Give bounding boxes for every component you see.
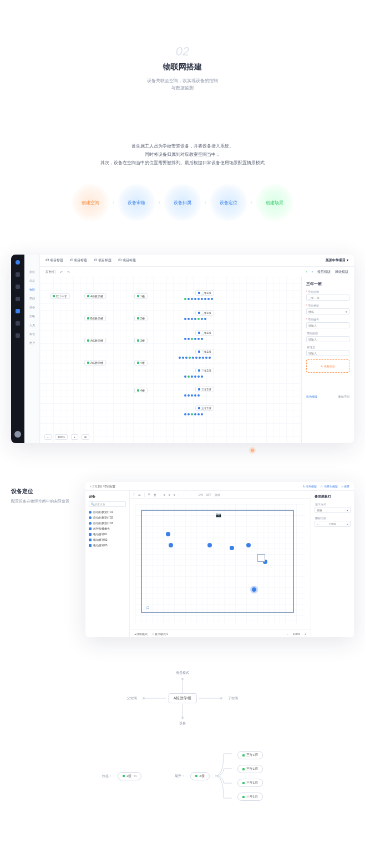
tree-child[interactable]: 三年1班 xyxy=(237,793,263,801)
tree-child[interactable]: 三年1班 xyxy=(237,751,263,759)
tree-child[interactable]: 三年1班 xyxy=(237,765,263,773)
toggle-on[interactable]: ON xyxy=(199,493,203,496)
template-tab[interactable]: 楼层模版 xyxy=(317,270,331,275)
space-type-select[interactable]: 楼栋▾ xyxy=(306,308,349,314)
node-class[interactable]: 三年1班 xyxy=(195,310,214,316)
node-class[interactable]: 三年1班 xyxy=(195,368,214,373)
device-item[interactable]: 自动化教室灯01 xyxy=(89,509,126,515)
node-floor[interactable]: 3楼 xyxy=(134,338,148,343)
distribute-icon[interactable]: ⋮ xyxy=(182,493,185,496)
tab[interactable]: 🏷 项目标题 xyxy=(45,258,63,263)
shape-tool-icon[interactable]: ▭ xyxy=(138,493,141,496)
subnav-item[interactable]: 角色 xyxy=(29,332,35,336)
node-building[interactable]: A栋教学楼 xyxy=(84,293,106,299)
mode-lecture[interactable]: ● 演讲模式 xyxy=(134,632,148,636)
breadcrumb[interactable]: < 三年1班 / 空间配置 xyxy=(90,485,115,488)
space-area-input[interactable]: 请输入 xyxy=(306,336,349,342)
node-floor[interactable]: 2楼 xyxy=(134,316,148,321)
node-building[interactable]: B栋教学楼 xyxy=(84,316,106,321)
device-item[interactable]: 自动化教室灯03 xyxy=(89,520,126,526)
zoom-out-button[interactable]: − xyxy=(44,434,52,440)
device-row xyxy=(184,298,213,300)
copy-icon[interactable]: ⧉ xyxy=(148,493,150,496)
align-icon[interactable]: ≡ xyxy=(164,493,165,496)
node-floor[interactable]: 4楼 xyxy=(134,360,148,366)
subnav-item[interactable]: 设备 xyxy=(29,306,35,309)
save-button[interactable]: ✓ 保存 xyxy=(341,485,349,488)
node-class[interactable]: 三年1班 xyxy=(195,290,214,296)
delete-icon[interactable]: 🗑 xyxy=(154,493,156,496)
search-input[interactable]: 🔍 搜索设备 xyxy=(89,501,126,507)
distribute-icon[interactable]: ⋯ xyxy=(189,493,191,496)
avatar[interactable] xyxy=(14,431,21,438)
scale-input[interactable]: −100%+ xyxy=(315,521,351,527)
node-school[interactable]: 双十中学 xyxy=(50,293,70,299)
text-tool-icon[interactable]: T xyxy=(133,493,135,496)
nav-icon-iot[interactable] xyxy=(16,309,20,313)
subnav-item[interactable]: 家校 xyxy=(29,270,35,273)
align-icon[interactable]: ≡ xyxy=(174,493,175,496)
tab[interactable]: 🏷 项目标题 xyxy=(118,258,136,263)
redo-icon[interactable]: ↷ xyxy=(67,270,70,274)
flow-step-locate: 设备定位 xyxy=(210,184,247,221)
node-floor[interactable]: 1楼 xyxy=(134,293,148,299)
node-floor[interactable]: 4楼 xyxy=(134,388,148,393)
subnav-item[interactable]: 用户 xyxy=(29,341,35,344)
nav-icon[interactable] xyxy=(16,272,20,277)
node-class[interactable]: 三年1班 xyxy=(195,387,214,392)
camera-icon[interactable]: 📷 xyxy=(216,512,221,517)
subnav-item[interactable]: 物联 xyxy=(29,288,35,291)
tab[interactable]: 🏷 项目标题 xyxy=(94,258,111,263)
subnav-item[interactable]: 信息 xyxy=(29,279,35,282)
undo-icon[interactable]: ↶ xyxy=(60,270,63,274)
filter-icon[interactable]: ▪ xyxy=(306,270,307,273)
space-code-input[interactable]: 请输入 xyxy=(306,322,349,328)
flow-step-review: 设备审核 xyxy=(118,184,155,221)
space-admin-input[interactable]: 请输入 xyxy=(306,350,349,356)
tab[interactable]: 🏷 项目标题 xyxy=(70,258,88,263)
node-class[interactable]: 三年1班 xyxy=(195,405,214,411)
tree-child[interactable]: 三年1班 xyxy=(237,779,263,787)
toggle-auto[interactable]: 自动 xyxy=(215,493,220,496)
node-class[interactable]: 三年1班 xyxy=(195,330,214,336)
door-icon: ⌂ xyxy=(146,604,150,610)
nav-icon[interactable] xyxy=(16,333,20,338)
reset-link[interactable]: ↻ 引用模版 xyxy=(303,485,317,488)
subnav-item[interactable]: 人员 xyxy=(29,323,35,327)
locate-device-button[interactable]: ⊕ 设备定位 xyxy=(306,359,349,373)
room-canvas[interactable]: ⌂ 📷 xyxy=(135,504,305,624)
delete-space-link[interactable]: 删除空间 xyxy=(338,395,349,398)
zoom-out-button[interactable]: − xyxy=(287,632,288,636)
device-item[interactable]: 电动窗帘02 xyxy=(89,537,126,542)
subnav-item[interactable]: 策略 xyxy=(29,314,35,318)
graph-canvas[interactable]: 双十中学 A栋教学楼 B栋教学楼 A栋教学楼 A栋教学楼 1楼 2楼 3楼 4楼… xyxy=(40,277,301,443)
desk-shape[interactable] xyxy=(257,554,265,562)
save-template-link[interactable]: 设为模版 xyxy=(306,395,317,398)
save-template-link[interactable]: ☆ 另存为模版 xyxy=(320,485,337,488)
toggle-off[interactable]: OFF xyxy=(206,493,211,496)
device-item[interactable]: AI智能摄像头 xyxy=(89,526,126,531)
tree-node-collapsed[interactable]: 2楼 ×4 xyxy=(118,772,141,780)
device-item[interactable]: 电动窗帘03 xyxy=(89,542,126,548)
nav-icon[interactable] xyxy=(16,297,20,301)
filter-icon[interactable]: ▪ xyxy=(312,270,313,273)
zoom-in-button[interactable]: + xyxy=(71,434,78,440)
node-class[interactable]: 三年1班 xyxy=(195,349,214,354)
mode-teach[interactable]: ○ 板书模式 ▾ xyxy=(152,632,168,636)
tree-node-expanded[interactable]: 2楼 xyxy=(190,772,209,780)
nav-icon[interactable] xyxy=(16,321,20,326)
nav-icon[interactable] xyxy=(16,285,20,289)
node-building[interactable]: A栋教学楼 xyxy=(84,360,106,366)
subnav-item[interactable]: 空间 xyxy=(29,297,35,300)
device-item[interactable]: 自动化教室灯02 xyxy=(89,515,126,520)
align-icon[interactable]: ≡ xyxy=(169,493,170,496)
node-building[interactable]: A栋教学楼 xyxy=(84,338,106,343)
logo-icon[interactable] xyxy=(16,260,20,265)
zoom-in-button[interactable]: + xyxy=(305,632,306,636)
device-item[interactable]: 电动窗帘01 xyxy=(89,531,126,537)
template-tab[interactable]: 班级模版 xyxy=(335,270,348,275)
project-selector[interactable]: 某某中学项目 ▾ xyxy=(326,258,348,263)
space-name-input[interactable]: 三年一班 xyxy=(306,295,349,301)
fit-icon[interactable]: ⊞ xyxy=(82,434,89,440)
display-mode-select[interactable]: 图标▾ xyxy=(315,507,351,513)
